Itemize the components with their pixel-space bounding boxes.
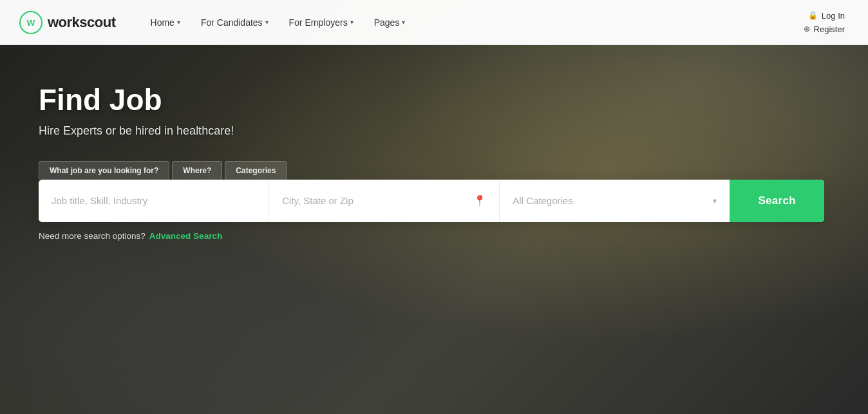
hero-subtitle: Hire Experts or be hired in healthcare! bbox=[39, 124, 829, 138]
nav-item-home[interactable]: Home ▾ bbox=[142, 12, 189, 33]
job-search-field bbox=[39, 180, 269, 222]
search-container: 📍 All Categories ▾ Search bbox=[39, 180, 824, 222]
hero-section: Find Job Hire Experts or be hired in hea… bbox=[0, 0, 868, 414]
advanced-search-text: Need more search options? bbox=[39, 231, 146, 241]
nav-item-employers[interactable]: For Employers ▾ bbox=[280, 12, 363, 33]
nav-item-pages[interactable]: Pages ▾ bbox=[365, 12, 415, 33]
chevron-down-icon: ▾ bbox=[265, 19, 269, 26]
search-button[interactable]: Search bbox=[730, 180, 824, 222]
category-select[interactable]: All Categories bbox=[513, 195, 708, 206]
search-label-category: Categories bbox=[225, 161, 287, 180]
chevron-down-icon: ▾ bbox=[713, 196, 717, 205]
category-search-field: All Categories ▾ bbox=[500, 180, 730, 222]
logo-icon: w bbox=[19, 11, 42, 34]
hero-title: Find Job bbox=[39, 84, 829, 117]
advanced-search-row: Need more search options? Advanced Searc… bbox=[39, 231, 829, 241]
register-button[interactable]: ⊕ Register bbox=[800, 23, 849, 35]
hero-content: Find Job Hire Experts or be hired in hea… bbox=[39, 84, 829, 241]
logo[interactable]: w workscout bbox=[19, 11, 116, 34]
register-icon: ⊕ bbox=[804, 24, 810, 33]
job-search-input[interactable] bbox=[52, 195, 256, 206]
nav-links: Home ▾ For Candidates ▾ For Employers ▾ … bbox=[142, 12, 800, 33]
search-label-job: What job are you looking for? bbox=[39, 161, 169, 180]
lock-icon: 🔒 bbox=[808, 11, 818, 20]
location-search-field: 📍 bbox=[269, 180, 500, 222]
login-button[interactable]: 🔒 Log In bbox=[804, 10, 849, 22]
nav-item-candidates[interactable]: For Candidates ▾ bbox=[192, 12, 278, 33]
location-pin-icon: 📍 bbox=[473, 194, 486, 207]
chevron-down-icon: ▾ bbox=[177, 19, 180, 26]
chevron-down-icon: ▾ bbox=[350, 19, 354, 26]
chevron-down-icon: ▾ bbox=[402, 19, 405, 26]
logo-text: workscout bbox=[48, 14, 116, 31]
nav-auth: 🔒 Log In ⊕ Register bbox=[800, 10, 849, 35]
search-label-location: Where? bbox=[172, 161, 222, 180]
search-fields: 📍 All Categories ▾ Search bbox=[39, 180, 824, 222]
location-search-input[interactable] bbox=[282, 195, 468, 206]
search-label-row: What job are you looking for? Where? Cat… bbox=[39, 161, 829, 180]
navbar: w workscout Home ▾ For Candidates ▾ For … bbox=[0, 0, 868, 45]
advanced-search-link[interactable]: Advanced Search bbox=[149, 231, 222, 241]
